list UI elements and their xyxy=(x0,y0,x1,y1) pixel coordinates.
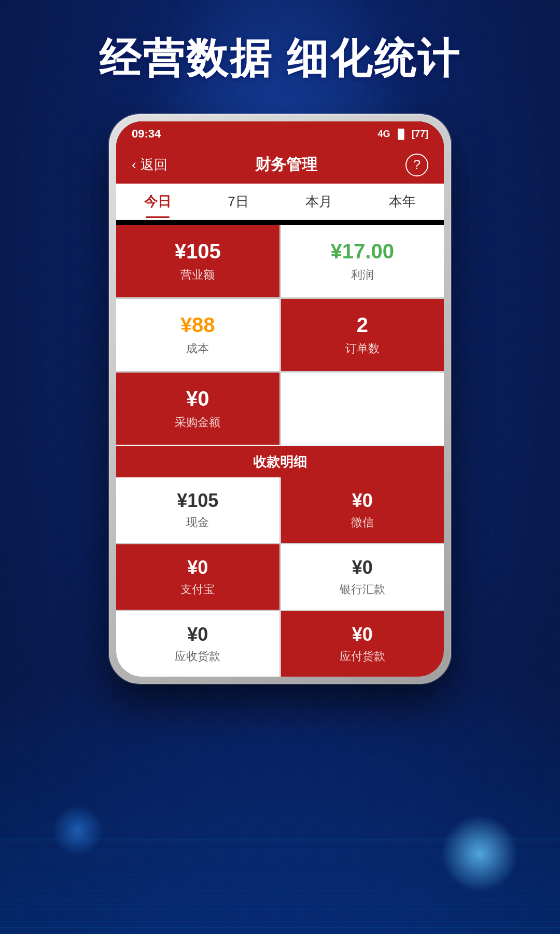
back-label: 返回 xyxy=(141,156,167,174)
signal-icon: 4G xyxy=(377,129,390,140)
help-button[interactable]: ? xyxy=(405,154,428,176)
help-icon: ? xyxy=(413,157,421,173)
receivable-label: 应收货款 xyxy=(175,649,220,664)
payment-cash: ¥105 现金 xyxy=(116,477,279,543)
page-headline: 经营数据 细化统计 xyxy=(0,31,560,87)
phone-outer-frame: 09:34 4G ▐▌ [77] ‹ 返回 财务管理 ? xyxy=(109,114,451,684)
purchase-label: 采购金额 xyxy=(175,415,220,430)
orders-label: 订单数 xyxy=(345,341,380,356)
stat-empty xyxy=(281,373,444,445)
phone-screen: 09:34 4G ▐▌ [77] ‹ 返回 财务管理 ? xyxy=(116,121,444,677)
payment-receivable: ¥0 应收货款 xyxy=(116,611,279,677)
cash-label: 现金 xyxy=(186,515,209,530)
payment-section-title: 收款明细 xyxy=(253,453,307,471)
back-button[interactable]: ‹ 返回 xyxy=(132,156,167,174)
back-chevron-icon: ‹ xyxy=(132,157,136,173)
nav-title: 财务管理 xyxy=(255,154,317,175)
cost-label: 成本 xyxy=(186,341,209,356)
stat-purchase: ¥0 采购金额 xyxy=(116,373,279,445)
cost-value: ¥88 xyxy=(180,313,215,337)
stat-cost: ¥88 成本 xyxy=(116,299,279,371)
bank-label: 银行汇款 xyxy=(340,582,385,597)
status-time: 09:34 xyxy=(132,127,161,141)
wechat-value: ¥0 xyxy=(352,490,373,512)
battery-icon: [77] xyxy=(412,129,428,140)
payment-section-header: 收款明细 xyxy=(116,446,444,477)
stat-orders: 2 订单数 xyxy=(281,299,444,371)
stat-profit: ¥17.00 利润 xyxy=(281,225,444,297)
profit-value: ¥17.00 xyxy=(331,240,394,263)
payment-grid: ¥105 现金 ¥0 微信 ¥0 支付宝 ¥0 xyxy=(116,477,444,677)
bank-value: ¥0 xyxy=(352,557,373,579)
profit-label: 利润 xyxy=(351,267,374,283)
signal-bars-icon: ▐▌ xyxy=(394,129,408,140)
glow-decoration-left xyxy=(52,804,104,856)
purchase-value: ¥0 xyxy=(186,387,209,410)
phone-mockup: 09:34 4G ▐▌ [77] ‹ 返回 财务管理 ? xyxy=(109,114,451,684)
stats-grid: ¥105 营业额 ¥17.00 利润 ¥88 成本 2 xyxy=(116,225,444,445)
status-icons: 4G ▐▌ [77] xyxy=(377,129,428,140)
cash-value: ¥105 xyxy=(177,490,218,512)
payable-value: ¥0 xyxy=(352,624,373,645)
tab-bar: 今日 7日 本月 本年 xyxy=(116,184,444,220)
payment-payable: ¥0 应付货款 xyxy=(281,611,444,677)
payment-alipay: ¥0 支付宝 xyxy=(116,544,279,610)
tab-month[interactable]: 本月 xyxy=(295,188,343,215)
alipay-value: ¥0 xyxy=(187,557,208,579)
tab-7days[interactable]: 7日 xyxy=(217,188,259,215)
orders-value: 2 xyxy=(357,313,368,337)
receivable-value: ¥0 xyxy=(187,624,208,645)
payable-label: 应付货款 xyxy=(340,649,385,664)
payment-bank: ¥0 银行汇款 xyxy=(281,544,444,610)
tab-today[interactable]: 今日 xyxy=(134,188,181,215)
glow-decoration-right xyxy=(441,815,519,892)
payment-wechat: ¥0 微信 xyxy=(281,477,444,543)
perspective-lines xyxy=(0,675,560,934)
tab-year[interactable]: 本年 xyxy=(379,188,426,215)
revenue-label: 营业额 xyxy=(180,267,215,283)
content-area: ¥105 营业额 ¥17.00 利润 ¥88 成本 2 xyxy=(116,225,444,677)
nav-bar: ‹ 返回 财务管理 ? xyxy=(116,146,444,184)
stat-revenue: ¥105 营业额 xyxy=(116,225,279,297)
revenue-value: ¥105 xyxy=(175,240,221,263)
wechat-label: 微信 xyxy=(351,515,374,530)
alipay-label: 支付宝 xyxy=(180,582,215,597)
status-bar: 09:34 4G ▐▌ [77] xyxy=(116,121,444,146)
